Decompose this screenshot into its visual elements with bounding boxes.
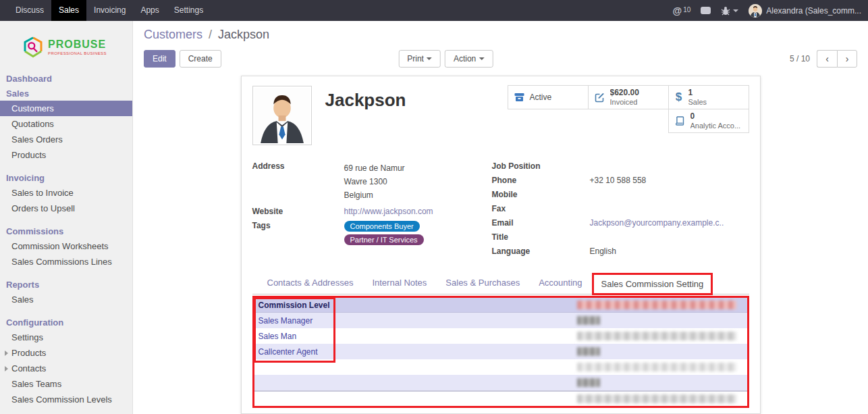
debug-menu[interactable]	[721, 6, 738, 16]
sidebar-nav: Dashboard Sales Customers Quotations Sal…	[0, 71, 132, 407]
sidebar-item-config-products[interactable]: Products	[0, 345, 132, 361]
redacted-value	[577, 301, 736, 309]
content: Jackpson Active $620.00 Invoiced	[133, 73, 868, 414]
sidebar-section-reports[interactable]: Reports	[0, 277, 132, 292]
invoiced-value: $620.00	[610, 88, 639, 98]
action-button[interactable]: Action	[445, 50, 493, 68]
tab-sales-commission-setting[interactable]: Sales Commission Setting	[592, 273, 713, 295]
dollar-icon: $	[674, 90, 684, 104]
field-website: Website http://www.jackpson.com	[252, 207, 492, 216]
website-link[interactable]: http://www.jackpson.com	[344, 207, 433, 216]
tag-components-buyer[interactable]: Components Buyer	[344, 221, 420, 232]
sidebar-item-products[interactable]: Products	[0, 147, 132, 163]
at-icon: @	[672, 5, 682, 16]
sidebar: PROBUSE PROFESSIONAL BUSINESS Dashboard …	[0, 21, 133, 414]
sidebar-item-quotations[interactable]: Quotations	[0, 116, 132, 132]
control-buttons-row: Edit Create Print Action 5 / 10 ‹ ›	[144, 49, 857, 69]
sidebar-item-sales-orders[interactable]: Sales Orders	[0, 132, 132, 147]
menu-settings[interactable]: Settings	[167, 0, 211, 21]
book-icon	[674, 115, 686, 126]
sidebar-item-sales-commissions-lines[interactable]: Sales Commissions Lines	[0, 254, 132, 269]
phone-value: +32 10 588 558	[590, 176, 647, 185]
edit-button[interactable]: Edit	[144, 50, 175, 68]
field-column-right: Job Position Phone +32 10 588 558 Mobile	[492, 161, 749, 261]
sidebar-section-invoicing[interactable]: Invoicing	[0, 170, 132, 185]
sidebar-item-config-contacts[interactable]: Contacts	[0, 361, 132, 376]
print-button[interactable]: Print	[398, 50, 441, 68]
pager-previous-button[interactable]: ‹	[817, 50, 837, 68]
logo-title: PROBUSE	[48, 39, 107, 50]
breadcrumb-customers[interactable]: Customers	[144, 28, 202, 41]
sidebar-item-sales-commission-levels[interactable]: Sales Commission Levels	[0, 392, 132, 407]
tab-contacts-addresses[interactable]: Contacts & Addresses	[258, 271, 363, 294]
tab-accounting[interactable]: Accounting	[529, 271, 591, 294]
sheet-header: Jackpson Active $620.00 Invoiced	[252, 86, 749, 145]
invoiced-stat-button[interactable]: $620.00 Invoiced	[588, 85, 669, 109]
probuse-logo[interactable]: PROBUSE PROFESSIONAL BUSINESS	[0, 21, 132, 71]
tag-partner-it-services[interactable]: Partner / IT Services	[344, 234, 424, 245]
bug-icon	[721, 6, 730, 16]
table-empty-row	[254, 375, 747, 390]
chevron-down-icon	[479, 57, 484, 60]
sidebar-item-sales-teams[interactable]: Sales Teams	[0, 376, 132, 392]
invoiced-label: Invoiced	[610, 98, 639, 107]
sidebar-item-commission-worksheets[interactable]: Commission Worksheets	[0, 238, 132, 254]
sidebar-item-dashboard[interactable]: Dashboard	[0, 71, 132, 86]
page-title: Jackpson	[325, 90, 508, 145]
field-groups: Address 69 rue de Namur Wavre 1300 Belgi…	[252, 161, 749, 261]
commission-level-header[interactable]: Commission Level	[254, 301, 577, 310]
address-line-2: Wavre 1300	[344, 175, 405, 188]
sidebar-item-settings[interactable]: Settings	[0, 330, 132, 345]
create-button[interactable]: Create	[180, 50, 221, 68]
sidebar-item-orders-to-upsell[interactable]: Orders to Upsell	[0, 201, 132, 216]
table-row-sales-man[interactable]: Sales Man	[254, 328, 747, 344]
menu-apps[interactable]: Apps	[133, 0, 166, 21]
user-menu[interactable]: Alexandra (Sales_comm...	[749, 4, 861, 18]
field-column-left: Address 69 rue de Namur Wavre 1300 Belgi…	[252, 161, 492, 261]
control-panel: Customers / Jackpson Edit Create Print A…	[133, 21, 868, 73]
sidebar-section-sales[interactable]: Sales	[0, 86, 132, 101]
field-mobile: Mobile	[492, 190, 749, 199]
pager: 5 / 10 ‹ ›	[790, 50, 857, 68]
notebook-tabs: Contacts & Addresses Internal Notes Sale…	[252, 271, 749, 294]
sidebar-item-sales-to-invoice[interactable]: Sales to Invoice	[0, 185, 132, 201]
address-line-1: 69 rue de Namur	[344, 161, 405, 175]
chat-icon[interactable]	[701, 7, 711, 14]
action-group: Print Action	[398, 50, 493, 68]
avatar	[749, 4, 762, 18]
table-empty-row	[254, 390, 747, 406]
sidebar-item-reports-sales[interactable]: Sales	[0, 292, 132, 307]
analytic-count-value: 0	[690, 111, 741, 122]
field-phone: Phone +32 10 588 558	[492, 176, 749, 185]
redacted-value	[577, 347, 600, 356]
sales-stat-button[interactable]: $ 1 Sales	[668, 85, 749, 109]
email-link[interactable]: Jackpson@yourcompany.example.c..	[590, 218, 724, 228]
menu-invoicing[interactable]: Invoicing	[86, 0, 133, 21]
menu-discuss[interactable]: Discuss	[8, 0, 51, 21]
caret-right-icon	[5, 351, 8, 356]
table-row-sales-manager[interactable]: Sales Manager	[254, 313, 747, 328]
fax-label: Fax	[492, 204, 590, 213]
tab-sales-purchases[interactable]: Sales & Purchases	[436, 271, 529, 294]
breadcrumb-separator: /	[209, 28, 212, 41]
analytic-accounts-stat-button[interactable]: 0 Analytic Acco...	[668, 109, 749, 133]
commission-level-cell: Sales Man	[254, 332, 577, 341]
mentions-button[interactable]: @ 10	[672, 5, 690, 16]
sales-count-label: Sales	[688, 98, 707, 107]
address-line-3: Belgium	[344, 188, 405, 202]
sidebar-section-commissions[interactable]: Commissions	[0, 224, 132, 238]
pager-next-button[interactable]: ›	[837, 50, 857, 68]
topbar: Discuss Sales Invoicing Apps Settings @ …	[0, 0, 868, 21]
address-label: Address	[252, 161, 344, 202]
menu-sales[interactable]: Sales	[51, 0, 86, 21]
pager-count: 5 / 10	[790, 54, 810, 63]
table-row-callcenter-agent[interactable]: Callcenter Agent	[254, 344, 747, 359]
active-toggle-button[interactable]: Active	[508, 85, 589, 109]
sidebar-section-configuration[interactable]: Configuration	[0, 315, 132, 330]
redacted-value	[577, 316, 600, 325]
tab-internal-notes[interactable]: Internal Notes	[362, 271, 436, 294]
sidebar-item-customers[interactable]: Customers	[0, 101, 132, 116]
sidebar-item-label: Contacts	[11, 363, 46, 373]
main-area: Customers / Jackpson Edit Create Print A…	[133, 21, 868, 414]
analytic-count-label: Analytic Acco...	[690, 122, 741, 131]
